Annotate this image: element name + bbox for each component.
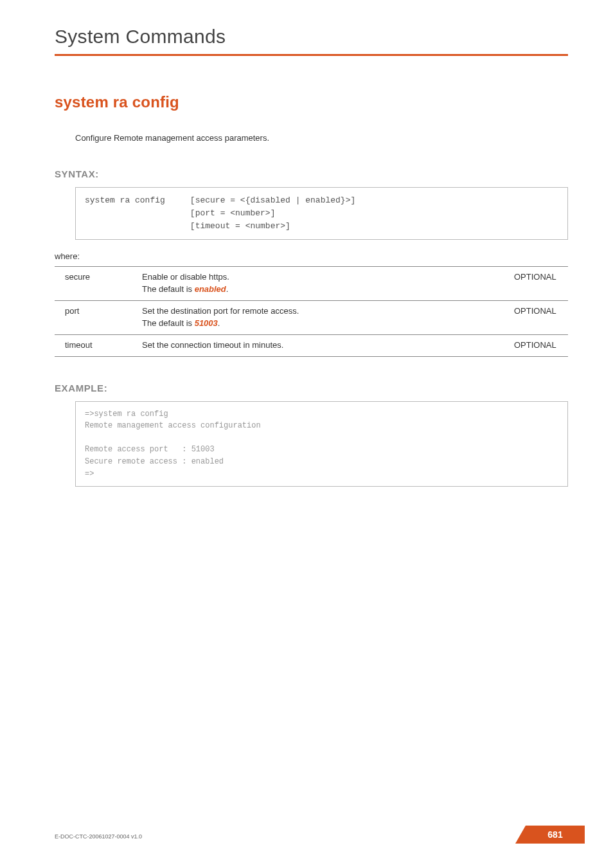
param-desc-text: Set the destination port for remote acce… bbox=[142, 306, 299, 328]
table-row: port Set the destination port for remote… bbox=[55, 301, 568, 335]
param-desc-suffix: . bbox=[226, 284, 229, 294]
param-kind: OPTIONAL bbox=[504, 301, 568, 335]
param-name: port bbox=[55, 301, 132, 335]
table-row: timeout Set the connection timeout in mi… bbox=[55, 334, 568, 356]
syntax-code-block: system ra config [secure = <{disabled | … bbox=[75, 187, 568, 240]
param-default-value: 51003 bbox=[195, 318, 218, 328]
param-kind: OPTIONAL bbox=[504, 267, 568, 301]
param-name: timeout bbox=[55, 334, 132, 356]
param-default-value: enabled bbox=[195, 284, 226, 294]
param-name: secure bbox=[55, 267, 132, 301]
title-divider bbox=[55, 54, 568, 56]
page-footer: E-DOC-CTC-20061027-0004 v1.0 681 bbox=[55, 826, 585, 844]
chapter-title: System Commands bbox=[55, 26, 568, 48]
example-code-block: =>system ra config Remote management acc… bbox=[75, 401, 568, 487]
footer-doc-id: E-DOC-CTC-20061027-0004 v1.0 bbox=[55, 833, 142, 840]
parameters-table: secure Enable or disable https.The defau… bbox=[55, 266, 568, 356]
command-title: system ra config bbox=[55, 93, 568, 111]
param-description: Set the destination port for remote acce… bbox=[132, 301, 504, 335]
param-description: Set the connection timeout in minutes. bbox=[132, 334, 504, 356]
example-heading: EXAMPLE: bbox=[55, 383, 568, 393]
param-desc-text: Set the connection timeout in minutes. bbox=[142, 340, 283, 350]
where-label: where: bbox=[55, 251, 568, 261]
command-description: Configure Remote management access param… bbox=[75, 133, 568, 143]
footer-page-number: 681 bbox=[526, 826, 585, 844]
param-description: Enable or disable https.The default is e… bbox=[132, 267, 504, 301]
param-kind: OPTIONAL bbox=[504, 334, 568, 356]
param-desc-suffix: . bbox=[218, 318, 220, 328]
table-row: secure Enable or disable https.The defau… bbox=[55, 267, 568, 301]
syntax-heading: SYNTAX: bbox=[55, 168, 568, 179]
